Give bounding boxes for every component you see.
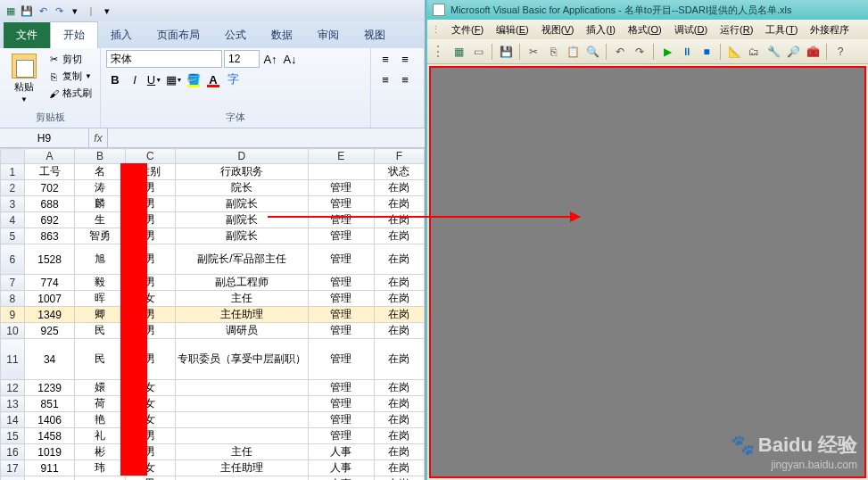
tab-data[interactable]: 数据 bbox=[259, 22, 305, 48]
align-mid-button[interactable]: ≡ bbox=[396, 50, 414, 68]
cell[interactable]: 在岗 bbox=[374, 196, 424, 212]
row-header[interactable]: 7 bbox=[1, 275, 25, 291]
cut-button[interactable]: ✂ bbox=[525, 44, 541, 60]
cell[interactable]: 人事 bbox=[308, 460, 374, 476]
align-left-button[interactable]: ≡ bbox=[376, 70, 394, 88]
underline-button[interactable]: U▼ bbox=[145, 70, 163, 88]
pause-button[interactable]: ⏸ bbox=[679, 44, 695, 60]
cell[interactable]: 主任 bbox=[175, 444, 308, 460]
cell[interactable]: 在岗 bbox=[374, 228, 424, 244]
row-header[interactable]: 4 bbox=[1, 212, 25, 228]
row-header[interactable]: 5 bbox=[1, 228, 25, 244]
vbe-menu-视图[interactable]: 视图(V) bbox=[536, 21, 580, 38]
cell[interactable]: 774 bbox=[24, 275, 75, 291]
tab-formula[interactable]: 公式 bbox=[212, 22, 259, 48]
cell[interactable]: 管理 bbox=[308, 212, 374, 228]
row-header[interactable]: 13 bbox=[1, 396, 25, 412]
vbe-mdi-area[interactable] bbox=[429, 66, 866, 478]
save-icon[interactable]: 💾 bbox=[20, 4, 34, 18]
cell[interactable]: 1350 bbox=[24, 476, 75, 481]
tab-home[interactable]: 开始 bbox=[50, 21, 98, 48]
fill-color-button[interactable]: 🪣 bbox=[185, 70, 203, 88]
undo-button[interactable]: ↶ bbox=[612, 44, 628, 60]
row-header[interactable]: 16 bbox=[1, 444, 25, 460]
paste-button[interactable]: 粘贴 ▼ bbox=[5, 50, 43, 103]
row-header[interactable]: 2 bbox=[1, 180, 25, 196]
vbe-menu-工具[interactable]: 工具(T) bbox=[760, 21, 803, 38]
col-header-E[interactable]: E bbox=[308, 149, 374, 164]
cell[interactable]: 男 bbox=[125, 476, 175, 481]
vbe-menu-编辑[interactable]: 编辑(E) bbox=[491, 21, 534, 38]
cell[interactable]: 主任助理 bbox=[175, 460, 308, 476]
cut-button[interactable]: ✂剪切 bbox=[45, 52, 95, 67]
browser-button[interactable]: 🔎 bbox=[785, 44, 801, 60]
cell[interactable]: 管理 bbox=[308, 307, 374, 323]
cell[interactable]: 863 bbox=[24, 228, 75, 244]
format-painter-button[interactable]: 🖌格式刷 bbox=[45, 86, 95, 101]
toolbox-button[interactable]: 🧰 bbox=[805, 44, 821, 60]
cell[interactable]: 民 bbox=[75, 339, 125, 380]
excel-button[interactable]: ▦ bbox=[451, 44, 467, 60]
tab-view[interactable]: 视图 bbox=[351, 22, 398, 48]
cell[interactable]: 1007 bbox=[24, 291, 75, 307]
cell[interactable] bbox=[308, 164, 374, 180]
cell[interactable]: 嬛 bbox=[75, 380, 125, 396]
cell[interactable]: 管理 bbox=[308, 228, 374, 244]
cell[interactable]: 692 bbox=[24, 212, 75, 228]
cell[interactable]: 1528 bbox=[24, 244, 75, 275]
cell[interactable] bbox=[175, 412, 308, 428]
cell[interactable]: 在岗 bbox=[374, 412, 424, 428]
cell[interactable]: 管理 bbox=[308, 244, 374, 275]
tab-layout[interactable]: 页面布局 bbox=[145, 22, 212, 48]
qat-dropdown-icon[interactable]: ▾ bbox=[68, 4, 82, 18]
cell[interactable]: 1458 bbox=[24, 428, 75, 444]
cell[interactable]: 涛 bbox=[75, 180, 125, 196]
cell[interactable]: 911 bbox=[24, 460, 75, 476]
cell[interactable]: 管理 bbox=[308, 412, 374, 428]
cell[interactable]: 毅 bbox=[75, 275, 125, 291]
cell[interactable]: 在岗 bbox=[374, 212, 424, 228]
align-center-button[interactable]: ≡ bbox=[396, 70, 414, 88]
vbe-menu-插入[interactable]: 插入(I) bbox=[581, 21, 620, 38]
vbe-menu-文件[interactable]: 文件(F) bbox=[446, 21, 489, 38]
row-header[interactable]: 11 bbox=[1, 339, 25, 380]
row-header[interactable]: 17 bbox=[1, 460, 25, 476]
cell[interactable]: 702 bbox=[24, 180, 75, 196]
cell[interactable]: 在岗 bbox=[374, 291, 424, 307]
cell[interactable] bbox=[175, 476, 308, 481]
cell[interactable] bbox=[175, 428, 308, 444]
paste-button[interactable]: 📋 bbox=[565, 44, 581, 60]
cell[interactable]: 34 bbox=[24, 339, 75, 380]
cell[interactable]: 院长 bbox=[175, 180, 308, 196]
cell[interactable]: 1239 bbox=[24, 380, 75, 396]
col-header-B[interactable]: B bbox=[75, 149, 125, 164]
select-all-corner[interactable] bbox=[1, 149, 25, 164]
font-size-select[interactable] bbox=[224, 50, 260, 68]
redo-icon[interactable]: ↷ bbox=[52, 4, 66, 18]
cell[interactable]: 副院长 bbox=[175, 196, 308, 212]
minimize-ribbon-icon[interactable]: ▾ bbox=[100, 4, 114, 18]
formula-input[interactable] bbox=[107, 128, 425, 147]
cell[interactable]: 行政职务 bbox=[175, 164, 308, 180]
cell[interactable]: 卿 bbox=[75, 307, 125, 323]
cell[interactable]: 礼 bbox=[75, 428, 125, 444]
cell[interactable]: 管理 bbox=[308, 275, 374, 291]
cell[interactable]: 状态 bbox=[374, 164, 424, 180]
row-header[interactable]: 10 bbox=[1, 323, 25, 339]
name-box[interactable]: H9 bbox=[0, 128, 89, 147]
cell[interactable]: 玮 bbox=[75, 460, 125, 476]
vbe-menu-调试[interactable]: 调试(D) bbox=[669, 21, 713, 38]
cell[interactable]: 管理 bbox=[308, 196, 374, 212]
grow-font-button[interactable]: A↑ bbox=[261, 50, 279, 68]
row-header[interactable]: 6 bbox=[1, 244, 25, 275]
cell[interactable]: 民 bbox=[75, 323, 125, 339]
undo-icon[interactable]: ↶ bbox=[36, 4, 50, 18]
cell[interactable]: 荷 bbox=[75, 396, 125, 412]
border-button[interactable]: ▦▼ bbox=[165, 70, 183, 88]
run-button[interactable]: ▶ bbox=[659, 44, 675, 60]
cell[interactable]: 在岗 bbox=[374, 275, 424, 291]
fx-icon[interactable]: fx bbox=[89, 132, 107, 145]
cell[interactable]: 副院长/军品部主任 bbox=[175, 244, 308, 275]
cell[interactable]: 彬 bbox=[75, 444, 125, 460]
cell[interactable]: 1406 bbox=[24, 412, 75, 428]
